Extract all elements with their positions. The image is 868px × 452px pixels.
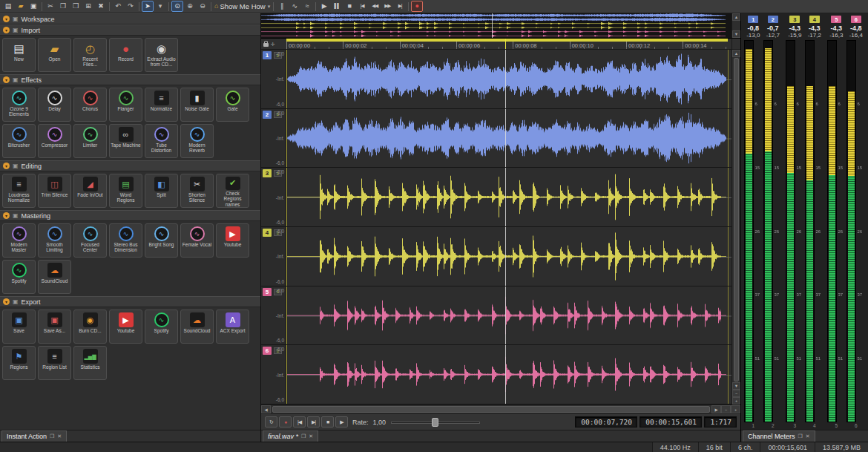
collapse-chevron-icon[interactable]: ▾ [3, 76, 10, 83]
overview-waveforms[interactable] [261, 13, 731, 38]
action-limiter[interactable]: ∿Limiter [73, 124, 107, 158]
go-to-end-button[interactable]: ▶| [394, 1, 406, 12]
action-delay[interactable]: ∿Delay [38, 88, 71, 122]
float-window-icon[interactable]: ❐ [301, 433, 306, 439]
action-save-as[interactable]: ▣Save As... [38, 309, 71, 344]
zoom-ratio[interactable]: 1:717 [704, 416, 737, 428]
horizontal-zoom-out-button[interactable]: − [721, 405, 731, 413]
action-female-vocal[interactable]: ∿Female Vocal [180, 223, 214, 258]
action-bitcrusher[interactable]: ∿Bitcrusher [2, 124, 36, 158]
action-soundcloud[interactable]: ☁SoundCloud [38, 260, 71, 294]
close-file-icon[interactable]: ✕ [309, 433, 313, 439]
action-spotify[interactable]: ∿Spotify [145, 309, 178, 344]
rewind-button[interactable]: ◀◀ [369, 1, 381, 12]
action-shorten-silence[interactable]: ✂Shorten Silence [180, 174, 214, 208]
channel-5-waveform[interactable] [286, 286, 731, 345]
timeline-ruler[interactable]: 00:00:0000:00:0200:00:0400:00:0600:00:08… [286, 39, 731, 49]
overview-strip[interactable]: ▲ ▼ [261, 13, 740, 39]
go-to-end-button[interactable]: ▶| [307, 416, 320, 428]
horizontal-scroll-thumb[interactable] [272, 406, 710, 413]
section-header-workspace[interactable]: ▾▣Workspace [0, 13, 260, 24]
redo-button[interactable]: ↷ [125, 1, 137, 12]
tool-dropdown-button[interactable]: ▾ [154, 1, 166, 12]
action-save[interactable]: ▣Save [2, 309, 36, 344]
channel-6-waveform[interactable] [286, 345, 731, 404]
section-header-import[interactable]: ▾▣Import [0, 24, 260, 36]
section-header-effects[interactable]: ▾▣Effects [0, 74, 260, 85]
crossfade-button[interactable]: ∿ [289, 1, 300, 12]
copy-button[interactable]: ❐ [57, 1, 69, 12]
record-button[interactable]: ● [411, 1, 423, 12]
collapse-chevron-icon[interactable]: ▾ [3, 163, 10, 169]
action-normalize[interactable]: ≡Normalize [145, 88, 178, 122]
record-button[interactable]: ● [279, 416, 292, 428]
zoom-out-button[interactable]: ⊖ [197, 1, 208, 12]
time-current[interactable]: 00:00:07,720 [575, 416, 637, 428]
close-panel-icon[interactable]: ✕ [57, 433, 62, 439]
vertical-zoom-out-button[interactable]: − [732, 390, 740, 397]
scroll-down-button[interactable]: ▼ [732, 382, 740, 390]
action-smooth-limiting[interactable]: ∿Smooth Limiting [38, 223, 71, 258]
save-file-button[interactable]: ▣ [27, 1, 39, 12]
stop-button[interactable]: ■ [343, 1, 355, 12]
snap-button[interactable]: ∥ [276, 1, 288, 12]
channel-2-badge[interactable]: 2 [263, 111, 272, 119]
zoom-in-button[interactable]: ⊕ [184, 1, 196, 12]
action-acx-export[interactable]: AACX Export [216, 309, 249, 344]
action-check-regions-names[interactable]: ✔Check Regions names [216, 174, 249, 208]
forward-button[interactable]: ▶▶ [381, 1, 393, 12]
action-burn-cd[interactable]: ◉Burn CD... [73, 309, 107, 344]
play-all-button[interactable]: ▶ [318, 1, 330, 12]
play-button[interactable]: ▶ [335, 416, 348, 428]
channel-3-badge[interactable]: 3 [263, 169, 272, 177]
channel-2-waveform[interactable] [286, 109, 731, 168]
action-split[interactable]: ◧Split [145, 174, 178, 208]
loop-playback-button[interactable]: ↻ [265, 416, 277, 428]
channel-1-badge[interactable]: 1 [263, 51, 272, 59]
action-ozone-9-elements[interactable]: ∿Ozone 9 Elements [2, 88, 36, 122]
action-new[interactable]: ▤New [2, 38, 36, 72]
show-me-how-button[interactable]: ⌂Show Me How▾ [214, 1, 271, 12]
peak-readouts[interactable]: -4,3-4,8 [826, 24, 866, 32]
new-file-button[interactable]: ▤ [2, 1, 14, 12]
scroll-right-button[interactable]: ▶ [711, 405, 721, 413]
action-regions[interactable]: ⚑Regions [2, 346, 36, 380]
action-trim-silence[interactable]: ◫Trim Silence [38, 174, 71, 208]
edit-tool-button[interactable]: ➤ [142, 1, 154, 12]
action-open[interactable]: ▰Open [38, 38, 71, 72]
go-to-start-button[interactable]: |◀ [293, 416, 306, 428]
action-chorus[interactable]: ∿Chorus [73, 88, 107, 122]
close-meters-icon[interactable]: ✕ [806, 433, 810, 439]
action-recent-files[interactable]: ◴Recent Files... [73, 38, 107, 72]
scroll-up-button[interactable]: ▲ [732, 50, 740, 57]
section-header-editing[interactable]: ▾▣Editing [0, 160, 260, 171]
action-soundcloud[interactable]: ☁SoundCloud [180, 309, 214, 344]
action-modern-reverb[interactable]: ∿Modern Reverb [180, 124, 214, 158]
lock-icon[interactable] [263, 41, 269, 47]
channel-1-waveform[interactable] [286, 50, 731, 108]
action-flanger[interactable]: ∿Flanger [109, 88, 142, 122]
action-loudness-normalize[interactable]: ≡Loudness Normalize [2, 174, 36, 208]
scroll-left-button[interactable]: ◀ [261, 405, 271, 413]
paste-button[interactable]: ❒ [70, 1, 82, 12]
collapse-chevron-icon[interactable]: ▾ [3, 298, 10, 305]
action-record[interactable]: ●Record [109, 38, 142, 72]
peak-readouts[interactable]: -4,3-4,3 [785, 24, 824, 32]
channel-4-badge[interactable]: 4 [263, 229, 272, 237]
horizontal-zoom-in-button[interactable]: + [731, 405, 740, 413]
peak-readouts[interactable]: -0,8-0,7 [743, 24, 783, 32]
overview-scroll-down-button[interactable]: ▼ [732, 30, 740, 38]
action-tape-machine[interactable]: ∞Tape Machine [109, 124, 142, 158]
channel-3-meter-bar[interactable] [786, 40, 795, 422]
channel-5-badge[interactable]: 5 [263, 288, 272, 296]
delete-button[interactable]: ✖ [95, 1, 107, 12]
action-stereo-bus-dimension[interactable]: ∿Stereo Bus Dimension [109, 223, 142, 258]
float-panel-icon[interactable]: ❐ [50, 433, 54, 439]
tab-channel-meters[interactable]: Channel Meters ❐ ✕ [743, 430, 815, 442]
vertical-scroll-thumb[interactable] [734, 58, 739, 381]
action-spotify[interactable]: ∿Spotify [2, 260, 36, 294]
go-to-start-button[interactable]: |◀ [356, 1, 368, 12]
stop-button[interactable]: ■ [321, 416, 334, 428]
section-header-export[interactable]: ▾▣Export [0, 296, 260, 307]
action-extract-audio-from-cd[interactable]: ◉Extract Audio from CD... [145, 38, 178, 72]
